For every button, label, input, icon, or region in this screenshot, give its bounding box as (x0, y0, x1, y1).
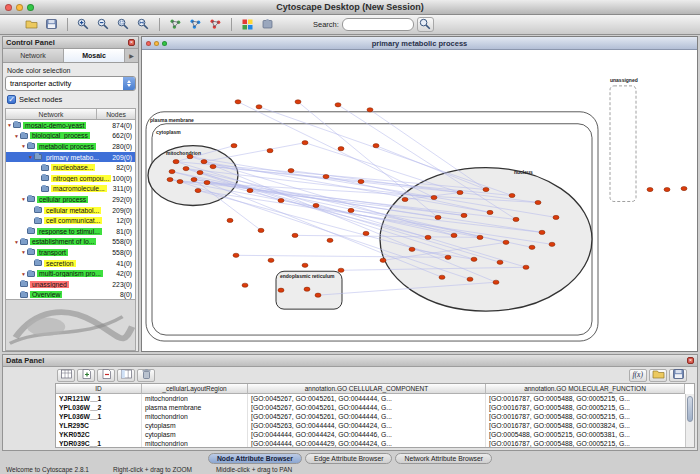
network-node[interactable] (177, 179, 183, 183)
expand-arrow-icon[interactable]: ▼ (13, 133, 20, 139)
network-node[interactable] (509, 193, 515, 197)
tree-item-nitrogen-compou[interactable]: nitrogen compou...100(0) (6, 173, 135, 184)
network-node[interactable] (513, 217, 519, 221)
network-svg[interactable]: plasma membranecytoplasmnucleusmitochond… (142, 50, 697, 351)
expand-arrow-icon[interactable]: ▼ (20, 271, 27, 277)
tree-item-response-to-stimul[interactable]: response to stimul...81(0) (6, 226, 135, 237)
network-node[interactable] (231, 144, 237, 148)
zoom-selected-button[interactable] (114, 17, 133, 33)
network-node[interactable] (439, 275, 445, 279)
tabs-overflow-button[interactable]: ▶ (125, 49, 138, 62)
network-node[interactable] (256, 105, 262, 109)
network-node[interactable] (477, 235, 483, 239)
network-node[interactable] (487, 210, 493, 214)
frame-minimize-button[interactable] (154, 41, 159, 46)
expand-arrow-icon[interactable]: ▼ (20, 143, 27, 149)
data-panel-close-button[interactable]: × (687, 357, 694, 364)
network-node[interactable] (549, 242, 555, 246)
import-attributes-button[interactable] (649, 369, 667, 382)
network-node[interactable] (292, 233, 298, 237)
network-node[interactable] (461, 213, 467, 217)
network-node[interactable] (197, 170, 203, 174)
attribute-columns-button[interactable] (117, 369, 135, 382)
vizmapper-button[interactable] (238, 17, 257, 33)
network-node[interactable] (497, 260, 503, 264)
network-node[interactable] (338, 268, 344, 272)
tree-item-transport[interactable]: ▼transport558(0) (6, 247, 135, 258)
table-row[interactable]: YPL036W__1mitochondrion[GO:0045267, GO:0… (56, 412, 694, 421)
column-header[interactable]: _cellularLayoutRegion (142, 384, 248, 394)
destroy-network-button[interactable] (206, 17, 225, 33)
expand-arrow-icon[interactable]: ▼ (27, 154, 34, 160)
network-node[interactable] (235, 100, 241, 104)
tab-network[interactable]: Network (3, 49, 64, 62)
network-node[interactable] (493, 280, 499, 284)
select-nodes-checkbox[interactable]: ✓ (7, 95, 16, 104)
network-node[interactable] (187, 155, 193, 159)
network-node[interactable] (233, 253, 239, 257)
tree-item-nucleobase[interactable]: nucleobase...82(0) (6, 162, 135, 173)
zoom-out-button[interactable] (94, 17, 113, 33)
network-node[interactable] (373, 144, 379, 148)
plugin-manager-button[interactable] (258, 17, 277, 33)
network-node[interactable] (295, 100, 301, 104)
network-node[interactable] (363, 231, 369, 235)
network-node[interactable] (338, 147, 344, 151)
network-node[interactable] (304, 287, 310, 291)
formula-builder-button[interactable]: f(x) (629, 369, 647, 382)
column-header[interactable]: annotation.GO CELLULAR_COMPONENT (248, 384, 486, 394)
tree-item-overview[interactable]: Overview8(0) (6, 290, 135, 301)
birds-eye-view[interactable] (5, 300, 136, 351)
zoom-fit-button[interactable] (134, 17, 153, 33)
network-node[interactable] (348, 208, 354, 212)
table-scrollbar-thumb[interactable] (687, 396, 693, 422)
tab-network-attribute-browser[interactable]: Network Attribute Browser (395, 453, 492, 464)
network-node[interactable] (529, 245, 535, 249)
tree-item-metabolic-process[interactable]: ▼metabolic process280(0) (6, 141, 135, 152)
attribute-select-button[interactable] (57, 369, 75, 382)
network-node[interactable] (503, 240, 509, 244)
network-node[interactable] (201, 160, 207, 164)
network-node[interactable] (323, 174, 329, 178)
network-node[interactable] (467, 277, 473, 281)
network-node[interactable] (288, 169, 294, 173)
import-network-button[interactable] (166, 17, 185, 33)
network-node[interactable] (380, 258, 386, 262)
network-node[interactable] (681, 186, 687, 190)
network-node[interactable] (242, 283, 248, 287)
save-session-button[interactable] (42, 17, 61, 33)
table-row[interactable]: YJR121W__1mitochondrion[GO:0045267, GO:0… (56, 394, 694, 403)
expand-arrow-icon[interactable]: ▼ (20, 249, 27, 255)
network-node[interactable] (409, 247, 415, 251)
network-node[interactable] (664, 187, 670, 191)
column-header[interactable]: annotation.GO MOLECULAR_FUNCTION (486, 384, 685, 394)
network-node[interactable] (425, 235, 431, 239)
network-node[interactable] (267, 149, 273, 153)
network-node[interactable] (258, 228, 264, 232)
search-button[interactable] (417, 17, 434, 32)
table-row[interactable]: YDR039C__1mitochondrion[GO:0044444, GO:0… (56, 439, 694, 448)
table-row[interactable]: YKR052Ccytoplasm[GO:0044444, GO:0044424,… (56, 430, 694, 439)
expand-arrow-icon[interactable]: ▼ (13, 239, 20, 245)
network-view-titlebar[interactable]: primary metabolic process (142, 37, 697, 50)
network-node[interactable] (191, 177, 197, 181)
network-node[interactable] (204, 180, 210, 184)
network-node[interactable] (483, 187, 489, 191)
network-node[interactable] (278, 288, 284, 292)
network-node[interactable] (435, 215, 441, 219)
network-node[interactable] (195, 188, 201, 192)
network-node[interactable] (457, 190, 463, 194)
tree-item-primary-metabo[interactable]: ▼primary metabo...209(0) (6, 152, 135, 163)
network-node[interactable] (173, 160, 179, 164)
network-node[interactable] (313, 203, 319, 207)
tab-mosaic[interactable]: Mosaic (64, 49, 125, 62)
network-node[interactable] (302, 141, 308, 145)
zoom-in-button[interactable] (74, 17, 93, 33)
network-node[interactable] (367, 108, 373, 112)
tab-edge-attribute-browser[interactable]: Edge Attribute Browser (305, 453, 393, 464)
delete-attribute-button[interactable] (97, 369, 115, 382)
tree-item-secretion[interactable]: secretion41(0) (6, 258, 135, 269)
network-node[interactable] (268, 258, 274, 262)
network-node[interactable] (647, 187, 653, 191)
frame-maximize-button[interactable] (162, 41, 167, 46)
